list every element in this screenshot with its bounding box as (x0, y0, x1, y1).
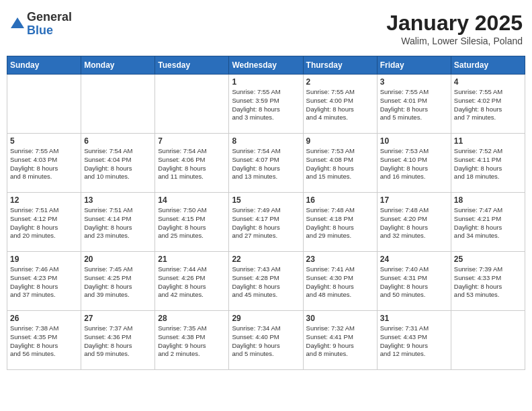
cell-info: Sunrise: 7:44 AM Sunset: 4:26 PM Dayligh… (158, 265, 226, 300)
cell-info: Sunrise: 7:32 AM Sunset: 4:41 PM Dayligh… (306, 324, 374, 359)
page-header: General Blue January 2025 Walim, Lower S… (7, 7, 525, 50)
day-number: 18 (454, 195, 522, 205)
calendar-cell: 2Sunrise: 7:55 AM Sunset: 4:00 PM Daylig… (303, 75, 377, 134)
calendar-cell: 19Sunrise: 7:46 AM Sunset: 4:23 PM Dayli… (7, 252, 81, 311)
cell-info: Sunrise: 7:54 AM Sunset: 4:06 PM Dayligh… (158, 147, 226, 181)
calendar-cell: 30Sunrise: 7:32 AM Sunset: 4:41 PM Dayli… (303, 311, 377, 370)
day-number: 7 (158, 136, 226, 146)
cell-info: Sunrise: 7:47 AM Sunset: 4:21 PM Dayligh… (454, 206, 522, 240)
week-row-3: 12Sunrise: 7:51 AM Sunset: 4:12 PM Dayli… (7, 193, 525, 252)
calendar-cell: 10Sunrise: 7:53 AM Sunset: 4:10 PM Dayli… (377, 134, 451, 193)
logo-general: General (27, 11, 72, 24)
logo-icon (9, 16, 26, 32)
day-number: 3 (380, 77, 448, 87)
day-number: 30 (306, 314, 374, 323)
calendar-cell: 12Sunrise: 7:51 AM Sunset: 4:12 PM Dayli… (7, 193, 81, 252)
cell-info: Sunrise: 7:49 AM Sunset: 4:17 PM Dayligh… (232, 206, 300, 240)
calendar-cell: 25Sunrise: 7:39 AM Sunset: 4:33 PM Dayli… (451, 252, 525, 311)
calendar-cell: 24Sunrise: 7:40 AM Sunset: 4:31 PM Dayli… (377, 252, 451, 311)
calendar-table: SundayMondayTuesdayWednesdayThursdayFrid… (7, 56, 525, 370)
day-number: 20 (84, 255, 152, 264)
cell-info: Sunrise: 7:55 AM Sunset: 4:01 PM Dayligh… (380, 88, 448, 122)
calendar-cell (155, 75, 229, 134)
day-header-sunday: Sunday (7, 56, 81, 75)
calendar-cell: 23Sunrise: 7:41 AM Sunset: 4:30 PM Dayli… (303, 252, 377, 311)
cell-info: Sunrise: 7:43 AM Sunset: 4:28 PM Dayligh… (232, 265, 300, 300)
calendar-cell: 4Sunrise: 7:55 AM Sunset: 4:02 PM Daylig… (451, 75, 525, 134)
day-number: 27 (84, 314, 152, 323)
day-number: 19 (10, 255, 78, 264)
day-number: 23 (306, 255, 374, 264)
cell-info: Sunrise: 7:34 AM Sunset: 4:40 PM Dayligh… (232, 324, 300, 359)
calendar-cell: 29Sunrise: 7:34 AM Sunset: 4:40 PM Dayli… (229, 311, 303, 370)
svg-marker-0 (11, 17, 24, 28)
calendar-cell: 3Sunrise: 7:55 AM Sunset: 4:01 PM Daylig… (377, 75, 451, 134)
day-number: 5 (10, 136, 78, 146)
calendar-header: SundayMondayTuesdayWednesdayThursdayFrid… (7, 56, 525, 75)
cell-info: Sunrise: 7:48 AM Sunset: 4:18 PM Dayligh… (306, 206, 374, 240)
day-number: 24 (380, 255, 448, 264)
cell-info: Sunrise: 7:39 AM Sunset: 4:33 PM Dayligh… (454, 265, 522, 300)
day-number: 14 (158, 195, 226, 205)
day-number: 1 (232, 77, 300, 87)
cell-info: Sunrise: 7:37 AM Sunset: 4:36 PM Dayligh… (84, 324, 152, 359)
day-number: 25 (454, 255, 522, 264)
day-number: 11 (454, 136, 522, 146)
day-header-thursday: Thursday (303, 56, 377, 75)
calendar-cell: 16Sunrise: 7:48 AM Sunset: 4:18 PM Dayli… (303, 193, 377, 252)
logo: General Blue (9, 11, 72, 38)
cell-info: Sunrise: 7:53 AM Sunset: 4:08 PM Dayligh… (306, 147, 374, 181)
cell-info: Sunrise: 7:50 AM Sunset: 4:15 PM Dayligh… (158, 206, 226, 240)
cell-info: Sunrise: 7:41 AM Sunset: 4:30 PM Dayligh… (306, 265, 374, 300)
week-row-2: 5Sunrise: 7:55 AM Sunset: 4:03 PM Daylig… (7, 134, 525, 193)
logo-text: General Blue (27, 11, 72, 38)
day-number: 31 (380, 314, 448, 323)
calendar-cell: 8Sunrise: 7:54 AM Sunset: 4:07 PM Daylig… (229, 134, 303, 193)
cell-info: Sunrise: 7:35 AM Sunset: 4:38 PM Dayligh… (158, 324, 226, 359)
day-number: 13 (84, 195, 152, 205)
calendar-cell: 7Sunrise: 7:54 AM Sunset: 4:06 PM Daylig… (155, 134, 229, 193)
calendar-cell (7, 75, 81, 134)
day-number: 2 (306, 77, 374, 87)
calendar-cell: 26Sunrise: 7:38 AM Sunset: 4:35 PM Dayli… (7, 311, 81, 370)
cell-info: Sunrise: 7:38 AM Sunset: 4:35 PM Dayligh… (10, 324, 78, 359)
calendar-cell: 20Sunrise: 7:45 AM Sunset: 4:25 PM Dayli… (81, 252, 155, 311)
calendar-cell: 31Sunrise: 7:31 AM Sunset: 4:43 PM Dayli… (377, 311, 451, 370)
calendar-cell: 6Sunrise: 7:54 AM Sunset: 4:04 PM Daylig… (81, 134, 155, 193)
calendar-cell (81, 75, 155, 134)
cell-info: Sunrise: 7:46 AM Sunset: 4:23 PM Dayligh… (10, 265, 78, 300)
day-number: 29 (232, 314, 300, 323)
day-header-wednesday: Wednesday (229, 56, 303, 75)
week-row-4: 19Sunrise: 7:46 AM Sunset: 4:23 PM Dayli… (7, 252, 525, 311)
day-number: 9 (306, 136, 374, 146)
day-number: 6 (84, 136, 152, 146)
cell-info: Sunrise: 7:55 AM Sunset: 4:03 PM Dayligh… (10, 147, 78, 181)
calendar-cell: 17Sunrise: 7:48 AM Sunset: 4:20 PM Dayli… (377, 193, 451, 252)
calendar-cell: 1Sunrise: 7:55 AM Sunset: 3:59 PM Daylig… (229, 75, 303, 134)
day-header-friday: Friday (377, 56, 451, 75)
calendar-cell: 27Sunrise: 7:37 AM Sunset: 4:36 PM Dayli… (81, 311, 155, 370)
day-number: 21 (158, 255, 226, 264)
calendar-body: 1Sunrise: 7:55 AM Sunset: 3:59 PM Daylig… (7, 75, 525, 370)
cell-info: Sunrise: 7:40 AM Sunset: 4:31 PM Dayligh… (380, 265, 448, 300)
cell-info: Sunrise: 7:31 AM Sunset: 4:43 PM Dayligh… (380, 324, 448, 359)
day-number: 26 (10, 314, 78, 323)
cell-info: Sunrise: 7:52 AM Sunset: 4:11 PM Dayligh… (454, 147, 522, 181)
day-number: 4 (454, 77, 522, 87)
day-number: 16 (306, 195, 374, 205)
cell-info: Sunrise: 7:55 AM Sunset: 3:59 PM Dayligh… (232, 88, 300, 122)
cell-info: Sunrise: 7:55 AM Sunset: 4:00 PM Dayligh… (306, 88, 374, 122)
location-subtitle: Walim, Lower Silesia, Poland (386, 36, 523, 46)
day-header-tuesday: Tuesday (155, 56, 229, 75)
day-header-row: SundayMondayTuesdayWednesdayThursdayFrid… (7, 56, 525, 75)
cell-info: Sunrise: 7:54 AM Sunset: 4:04 PM Dayligh… (84, 147, 152, 181)
calendar-cell: 28Sunrise: 7:35 AM Sunset: 4:38 PM Dayli… (155, 311, 229, 370)
cell-info: Sunrise: 7:48 AM Sunset: 4:20 PM Dayligh… (380, 206, 448, 240)
calendar-cell (451, 311, 525, 370)
day-number: 17 (380, 195, 448, 205)
calendar-cell: 14Sunrise: 7:50 AM Sunset: 4:15 PM Dayli… (155, 193, 229, 252)
calendar-cell: 11Sunrise: 7:52 AM Sunset: 4:11 PM Dayli… (451, 134, 525, 193)
cell-info: Sunrise: 7:51 AM Sunset: 4:12 PM Dayligh… (10, 206, 78, 240)
cell-info: Sunrise: 7:51 AM Sunset: 4:14 PM Dayligh… (84, 206, 152, 240)
title-block: January 2025 Walim, Lower Silesia, Polan… (386, 11, 523, 46)
